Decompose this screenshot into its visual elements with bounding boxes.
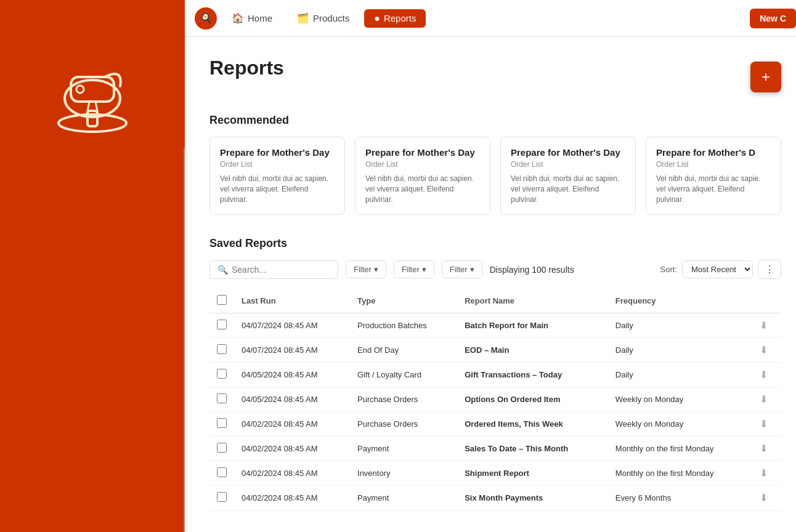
- row-checkbox-6[interactable]: [217, 467, 227, 477]
- app-logo: [37, 37, 148, 148]
- card-description-3: Vel nibh dui, morbi dui ac sapie. vel vi…: [656, 174, 771, 204]
- download-icon-3[interactable]: ⬇: [760, 394, 768, 405]
- cell-type-3: Purchase Orders: [350, 387, 457, 412]
- recommended-card-2[interactable]: Prepare for Mother's Day Order List Vel …: [500, 137, 636, 215]
- search-icon: 🔍: [217, 265, 228, 275]
- download-icon-7[interactable]: ⬇: [760, 493, 768, 503]
- download-icon-4[interactable]: ⬇: [760, 419, 768, 429]
- card-subtitle-3: Order List: [656, 160, 771, 169]
- chevron-icon-3: ▾: [470, 265, 474, 274]
- card-title-0: Prepare for Mother's Day: [220, 147, 335, 158]
- nav-item-products[interactable]: 🗂️ Products: [287, 9, 359, 28]
- recommended-card-3[interactable]: Prepare for Mother's D Order List Vel ni…: [646, 137, 781, 215]
- cell-type-5: Payment: [350, 437, 457, 461]
- cell-last-run-7: 04/02/2024 08:45 AM: [234, 486, 350, 510]
- cell-last-run-5: 04/02/2024 08:45 AM: [234, 437, 350, 461]
- table-row: 04/02/2024 08:45 AM Purchase Orders Orde…: [209, 412, 781, 437]
- table-row: 04/02/2024 08:45 AM Payment Sales To Dat…: [209, 437, 781, 461]
- search-box[interactable]: 🔍: [209, 260, 338, 279]
- download-icon-1[interactable]: ⬇: [760, 345, 768, 355]
- download-icon-6[interactable]: ⬇: [760, 468, 768, 478]
- cell-last-run-6: 04/02/2024 08:45 AM: [234, 461, 350, 486]
- new-button[interactable]: New C: [750, 9, 796, 28]
- cell-type-7: Payment: [350, 486, 457, 510]
- search-input[interactable]: [232, 265, 330, 275]
- chevron-icon-2: ▾: [422, 265, 426, 274]
- chevron-icon-1: ▾: [374, 265, 378, 274]
- cell-frequency-5: Monthly on the first Monday: [608, 437, 752, 461]
- card-description-1: Vel nibh dui, morbi dui ac sapien. vel v…: [365, 174, 480, 204]
- card-description-0: Vel nibh dui, morbi dui ac sapien. vel v…: [220, 174, 335, 204]
- cell-report-name-5: Sales To Date – This Month: [457, 437, 608, 461]
- col-type: Type: [350, 289, 457, 313]
- svg-rect-1: [87, 111, 97, 126]
- col-actions: [752, 289, 781, 313]
- sort-select[interactable]: Most Recent: [682, 260, 753, 278]
- cell-report-name-3: Options On Ordered Item: [457, 387, 608, 412]
- cell-last-run-4: 04/02/2024 08:45 AM: [234, 412, 350, 437]
- nav-products-label: Products: [313, 13, 349, 23]
- cell-type-6: Inventory: [350, 461, 457, 486]
- download-icon-0[interactable]: ⬇: [760, 320, 768, 331]
- cell-last-run-3: 04/05/2024 08:45 AM: [234, 387, 350, 412]
- cell-report-name-4: Ordered Items, This Week: [457, 412, 608, 437]
- cell-type-2: Gift / Loyalty Card: [350, 363, 457, 387]
- navbar: 🍳 🏠 Home 🗂️ Products ● Reports New C: [185, 0, 796, 37]
- cell-frequency-3: Weekly on Monday: [608, 387, 752, 412]
- sort-container: Sort: Most Recent ⋮: [660, 260, 781, 279]
- row-checkbox-1[interactable]: [217, 344, 227, 354]
- table-row: 04/07/2024 08:45 AM Production Batches B…: [209, 313, 781, 338]
- recommended-card-1[interactable]: Prepare for Mother's Day Order List Vel …: [355, 137, 490, 215]
- cell-frequency-4: Weekly on Monday: [608, 412, 752, 437]
- results-count: Displaying 100 results: [490, 265, 653, 275]
- cell-report-name-6: Shipment Report: [457, 461, 608, 486]
- card-title-3: Prepare for Mother's D: [656, 147, 771, 158]
- table-row: 04/02/2024 08:45 AM Inventory Shipment R…: [209, 461, 781, 486]
- table-header: Last Run Type Report Name Frequency: [209, 289, 781, 313]
- download-icon-5[interactable]: ⬇: [760, 443, 768, 454]
- row-checkbox-7[interactable]: [217, 492, 227, 502]
- filter-button-2[interactable]: Filter ▾: [394, 260, 434, 278]
- row-checkbox-0[interactable]: [217, 320, 227, 329]
- table-row: 04/05/2024 08:45 AM Gift / Loyalty Card …: [209, 363, 781, 387]
- cell-report-name-7: Six Month Payments: [457, 486, 608, 510]
- table-row: 04/07/2024 08:45 AM End Of Day EOD – Mai…: [209, 338, 781, 363]
- cell-type-1: End Of Day: [350, 338, 457, 363]
- cell-frequency-1: Daily: [608, 338, 752, 363]
- cell-last-run-0: 04/07/2024 08:45 AM: [234, 313, 350, 338]
- cell-report-name-1: EOD – Main: [457, 338, 608, 363]
- more-options-button[interactable]: ⋮: [758, 260, 781, 279]
- nav-home-label: Home: [248, 13, 272, 23]
- row-checkbox-2[interactable]: [217, 369, 227, 379]
- page-title: Reports: [209, 57, 284, 79]
- select-all-checkbox[interactable]: [217, 295, 227, 305]
- sidebar-divider: [184, 148, 185, 532]
- col-frequency: Frequency: [608, 289, 752, 313]
- card-subtitle-2: Order List: [511, 160, 625, 169]
- row-checkbox-4[interactable]: [217, 418, 227, 428]
- cell-frequency-7: Every 6 Months: [608, 486, 752, 510]
- add-report-button[interactable]: +: [750, 62, 781, 92]
- saved-reports-toolbar: 🔍 Filter ▾ Filter ▾ Filter ▾ Displaying …: [209, 260, 781, 279]
- saved-reports-title: Saved Reports: [209, 237, 781, 250]
- svg-point-6: [76, 86, 84, 93]
- nav-item-reports[interactable]: ● Reports: [364, 9, 426, 28]
- page-content: Reports + Recommended Prepare for Mother…: [185, 37, 796, 532]
- cell-frequency-0: Daily: [608, 313, 752, 338]
- home-icon: 🏠: [232, 12, 244, 24]
- nav-reports-label: Reports: [384, 13, 416, 23]
- saved-reports-section: Saved Reports 🔍 Filter ▾ Filter ▾ Filter: [209, 237, 781, 510]
- recommended-card-0[interactable]: Prepare for Mother's Day Order List Vel …: [209, 137, 345, 215]
- row-checkbox-5[interactable]: [217, 443, 227, 453]
- download-icon-2[interactable]: ⬇: [760, 369, 768, 380]
- row-checkbox-3[interactable]: [217, 393, 227, 403]
- cell-report-name-2: Gift Transactions – Today: [457, 363, 608, 387]
- nav-item-home[interactable]: 🏠 Home: [222, 9, 282, 28]
- recommended-cards: Prepare for Mother's Day Order List Vel …: [209, 137, 781, 215]
- table-row: 04/05/2024 08:45 AM Purchase Orders Opti…: [209, 387, 781, 412]
- filter-button-3[interactable]: Filter ▾: [442, 260, 482, 278]
- filter-button-1[interactable]: Filter ▾: [346, 260, 386, 278]
- reports-table: Last Run Type Report Name Frequency 04/0…: [209, 289, 781, 510]
- card-subtitle-0: Order List: [220, 160, 335, 169]
- col-last-run: Last Run: [234, 289, 350, 313]
